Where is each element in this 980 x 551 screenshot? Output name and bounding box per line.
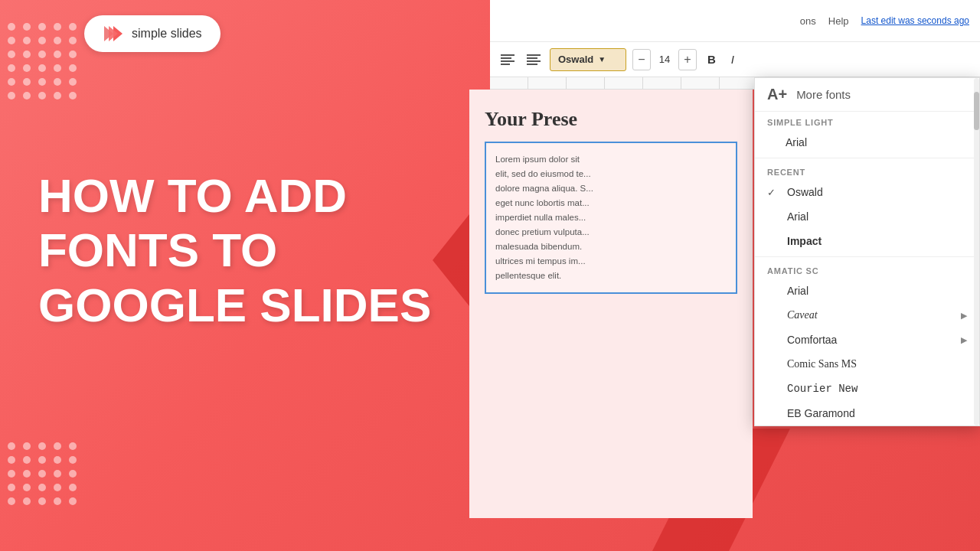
font-dropdown[interactable]: Oswald ▼ <box>550 48 626 71</box>
distribute-icon[interactable] <box>524 51 544 68</box>
font-name-label: Oswald <box>558 54 593 65</box>
font-item-arial-amatic[interactable]: Arial <box>755 279 979 303</box>
font-size-value: 14 <box>657 54 672 65</box>
menu-item-help[interactable]: Help <box>828 15 849 27</box>
font-size-increase-button[interactable]: + <box>678 49 697 70</box>
title-line2: FONTS TO <box>38 223 431 277</box>
scrollbar[interactable] <box>974 78 979 425</box>
simple-slides-logo-icon <box>103 23 124 44</box>
title-line3: GOOGLE SLIDES <box>38 278 431 332</box>
title-line1: HOW TO ADD <box>38 168 431 223</box>
dots-top-left <box>8 23 78 99</box>
divider-1 <box>755 158 979 158</box>
font-name-arial-amatic: Arial <box>787 285 808 297</box>
font-item-arial-simple[interactable]: Arial <box>755 130 979 155</box>
font-name-oswald: Oswald <box>787 186 823 198</box>
comfortaa-arrow-icon: ▶ <box>961 335 967 345</box>
font-item-arial-recent[interactable]: Arial <box>755 204 979 229</box>
font-item-eb-garamond[interactable]: EB Garamond <box>755 401 979 425</box>
font-name-eb-garamond: EB Garamond <box>787 407 855 419</box>
divider-2 <box>755 256 979 257</box>
font-item-comic-sans[interactable]: Comic Sans MS <box>755 352 979 377</box>
font-size-decrease-button[interactable]: − <box>632 49 651 70</box>
logo-area: simple slides <box>84 15 220 52</box>
italic-button[interactable]: I <box>727 51 739 67</box>
font-name-courier-new: Courier New <box>787 383 858 395</box>
font-name-arial-recent: Arial <box>787 210 808 223</box>
logo-text: simple slides <box>132 27 202 41</box>
font-name-arial-simple: Arial <box>786 136 807 148</box>
more-fonts-button[interactable]: A+ More fonts <box>755 78 979 112</box>
menu-item-ons[interactable]: ons <box>800 15 816 27</box>
slide-preview: Your Prese Lorem ipsum dolor sit elit, s… <box>469 90 753 518</box>
more-fonts-icon: A+ <box>767 86 787 103</box>
section-label-amatic: AMATIC SC <box>755 260 979 279</box>
font-item-caveat[interactable]: Caveat ▶ <box>755 303 979 328</box>
font-name-comfortaa: Comfortaa <box>787 334 837 346</box>
main-container: simple slides HOW TO ADD FONTS TO GOOGLE… <box>0 0 980 551</box>
section-label-simple-light: SIMPLE LIGHT <box>755 112 979 130</box>
font-name-caveat: Caveat <box>787 309 818 321</box>
align-left-icon[interactable] <box>498 51 518 68</box>
slide-body-text: Lorem ipsum dolor sit elit, sed do eiusm… <box>495 152 727 283</box>
check-icon-oswald: ✓ <box>767 187 779 198</box>
gs-topbar: ons Help Last edit was seconds ago <box>490 0 980 42</box>
slide-title: Your Prese <box>485 108 737 131</box>
last-edit-text: Last edit was seconds ago <box>861 15 969 26</box>
bold-button[interactable]: B <box>703 51 720 67</box>
dropdown-arrow-icon: ▼ <box>598 55 606 64</box>
font-item-courier-new[interactable]: Courier New <box>755 377 979 401</box>
font-item-comfortaa[interactable]: Comfortaa ▶ <box>755 328 979 352</box>
gs-toolbar: Oswald ▼ − 14 + B I <box>490 42 980 77</box>
scrollbar-thumb[interactable] <box>974 92 979 130</box>
font-name-impact: Impact <box>787 235 822 247</box>
slide-textbox[interactable]: Lorem ipsum dolor sit elit, sed do eiusm… <box>485 142 737 294</box>
main-title: HOW TO ADD FONTS TO GOOGLE SLIDES <box>38 168 431 332</box>
more-fonts-label: More fonts <box>796 88 851 101</box>
caveat-arrow-icon: ▶ <box>961 311 967 321</box>
font-item-impact[interactable]: Impact <box>755 229 979 253</box>
dots-bottom-left <box>8 442 78 505</box>
slide-content-area: Your Prese Lorem ipsum dolor sit elit, s… <box>469 90 753 302</box>
font-name-comic-sans: Comic Sans MS <box>787 358 857 370</box>
section-label-recent: RECENT <box>755 161 979 180</box>
font-dropdown-menu: A+ More fonts SIMPLE LIGHT Arial RECENT … <box>754 77 980 426</box>
font-item-oswald[interactable]: ✓ Oswald <box>755 180 979 204</box>
